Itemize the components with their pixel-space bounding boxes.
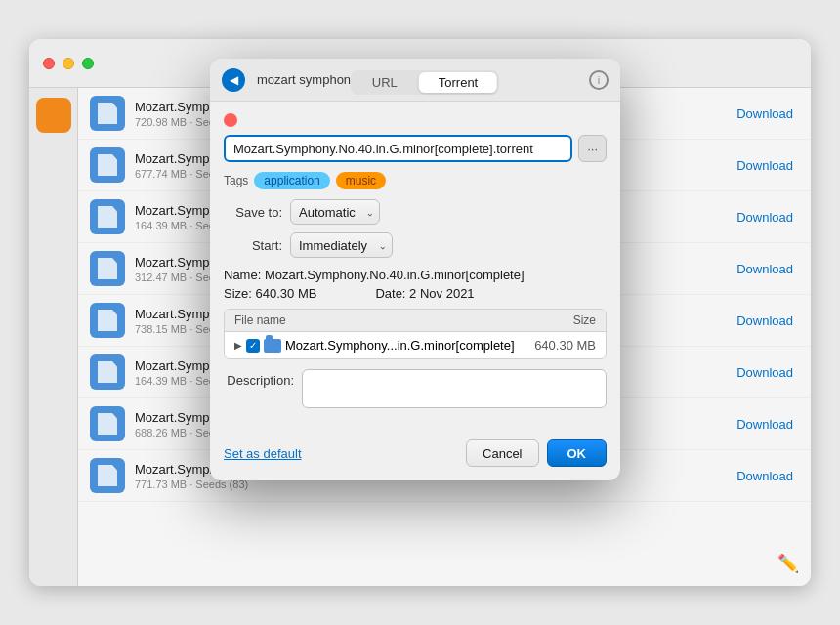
traffic-light-red[interactable]	[43, 58, 55, 69]
modal-dialog: ◀ mozart symphony 40 i URL Torrent ··· T…	[210, 59, 620, 480]
start-select-wrapper: Immediately	[290, 232, 393, 258]
info-size-date: Size: 640.30 MB Date: 2 Nov 2021	[224, 286, 607, 301]
file-folder-icon	[90, 147, 125, 183]
table-filename: Mozart.Symphony...in.G.minor[complete]	[285, 338, 515, 353]
info-date: Date: 2 Nov 2021	[375, 286, 474, 301]
start-row: Start: Immediately	[224, 232, 607, 258]
modal-body: ··· Tags application music Save to: Auto…	[210, 102, 620, 430]
download-button[interactable]: Download	[731, 414, 799, 435]
file-folder-icon	[90, 406, 125, 441]
modal-info-button[interactable]: i	[589, 70, 609, 90]
date-value: 2 Nov 2021	[409, 286, 475, 301]
modal-footer: Set as default Cancel OK	[210, 430, 620, 480]
sidebar-icon[interactable]	[36, 98, 71, 133]
set-as-default-link[interactable]: Set as default	[224, 446, 458, 461]
size-label: Size:	[224, 286, 252, 301]
tab-url[interactable]: URL	[353, 72, 417, 93]
save-to-row: Save to: Automatic	[224, 199, 607, 225]
modal-titlebar: ◀ mozart symphony 40 i URL Torrent	[210, 59, 620, 102]
expand-arrow-icon[interactable]: ▶	[234, 340, 242, 351]
info-icon: i	[598, 74, 600, 86]
tag-music[interactable]: music	[336, 172, 386, 189]
filename-row: ···	[224, 135, 607, 162]
cancel-button[interactable]: Cancel	[466, 439, 538, 467]
table-filesize: 640.30 MB	[521, 338, 596, 353]
tag-application[interactable]: application	[254, 172, 329, 189]
start-label: Start:	[224, 238, 282, 253]
download-button[interactable]: Download	[731, 466, 799, 486]
tags-row: Tags application music	[224, 172, 607, 189]
modal-tabs: URL Torrent	[351, 70, 499, 95]
download-button[interactable]: Download	[731, 362, 799, 383]
table-row: ▶ Mozart.Symphony...in.G.minor[complete]…	[225, 332, 606, 358]
description-row: Description:	[224, 369, 607, 408]
file-table: File name Size ▶ Mozart.Symphony...in.G.…	[224, 309, 607, 359]
file-folder-icon	[90, 458, 125, 493]
table-col-name: ▶ Mozart.Symphony...in.G.minor[complete]	[234, 338, 515, 353]
folder-icon	[264, 339, 281, 353]
info-size: Size: 640.30 MB	[224, 286, 316, 301]
description-label: Description:	[224, 369, 294, 388]
save-to-select-wrapper: Automatic	[290, 199, 380, 225]
file-folder-icon	[90, 303, 125, 338]
ok-button[interactable]: OK	[547, 439, 608, 467]
traffic-light-yellow[interactable]	[63, 58, 74, 69]
pencil-icon[interactable]: ✏️	[777, 553, 799, 574]
save-to-label: Save to:	[224, 205, 282, 220]
size-value: 640.30 MB	[256, 286, 317, 301]
download-button[interactable]: Download	[731, 104, 799, 124]
download-button[interactable]: Download	[731, 155, 799, 176]
info-name: Name: Mozart.Symphony.No.40.in.G.minor[c…	[224, 268, 607, 282]
info-name-label: Name:	[224, 268, 261, 282]
col-size-header: Size	[518, 313, 596, 327]
modal-back-button[interactable]: ◀	[222, 68, 245, 92]
file-folder-icon	[90, 251, 125, 286]
back-icon: ◀	[230, 73, 238, 87]
red-dot-indicator	[224, 113, 237, 127]
info-name-value: Mozart.Symphony.No.40.in.G.minor[complet…	[265, 268, 525, 282]
filename-input[interactable]	[224, 135, 572, 162]
date-label: Date:	[375, 286, 405, 301]
start-select[interactable]: Immediately	[290, 232, 393, 258]
info-section: Name: Mozart.Symphony.No.40.in.G.minor[c…	[224, 268, 607, 301]
tab-torrent[interactable]: Torrent	[419, 72, 497, 93]
download-button[interactable]: Download	[731, 207, 799, 228]
col-name-header: File name	[234, 313, 518, 327]
traffic-light-green[interactable]	[82, 58, 94, 69]
sidebar	[29, 88, 78, 586]
description-textarea[interactable]	[302, 369, 607, 408]
file-folder-icon	[90, 199, 125, 234]
download-button[interactable]: Download	[731, 311, 799, 331]
file-folder-icon	[90, 354, 125, 390]
tags-label: Tags	[224, 174, 248, 188]
save-to-select[interactable]: Automatic	[290, 199, 380, 225]
more-button[interactable]: ···	[578, 135, 607, 162]
download-button[interactable]: Download	[731, 259, 799, 279]
file-folder-icon	[90, 96, 125, 131]
file-checkbox[interactable]	[246, 339, 260, 353]
file-table-header: File name Size	[225, 310, 606, 332]
